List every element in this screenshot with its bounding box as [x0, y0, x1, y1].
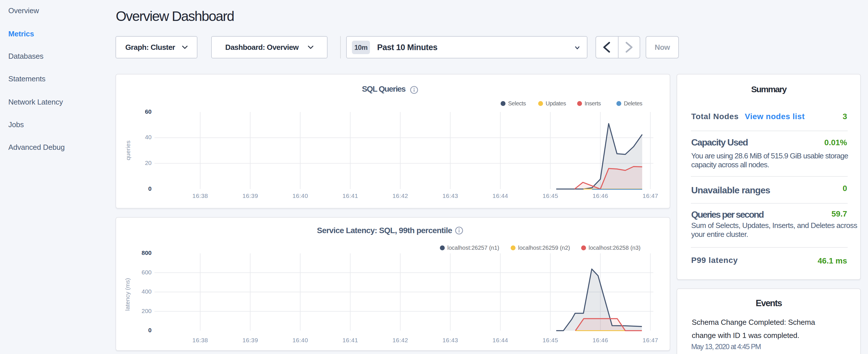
svg-text:16:43: 16:43: [442, 337, 458, 344]
svg-text:latency (ms): latency (ms): [124, 278, 131, 311]
svg-text:200: 200: [142, 308, 152, 314]
svg-text:16:42: 16:42: [393, 337, 408, 344]
svg-text:60: 60: [145, 108, 152, 115]
svg-text:16:46: 16:46: [593, 337, 608, 344]
svg-text:16:44: 16:44: [493, 192, 508, 199]
svg-text:40: 40: [145, 134, 152, 140]
svg-text:20: 20: [145, 160, 152, 166]
svg-text:16:38: 16:38: [192, 337, 208, 344]
svg-text:16:45: 16:45: [542, 192, 558, 199]
svg-text:600: 600: [142, 269, 152, 276]
svg-text:0: 0: [148, 327, 152, 333]
svg-text:16:44: 16:44: [493, 337, 508, 344]
svg-text:16:45: 16:45: [542, 337, 558, 344]
svg-text:16:43: 16:43: [442, 192, 458, 199]
svg-text:16:39: 16:39: [242, 192, 258, 199]
svg-text:16:42: 16:42: [393, 192, 408, 199]
svg-text:queries: queries: [125, 141, 131, 160]
svg-text:16:41: 16:41: [342, 337, 358, 344]
svg-text:0: 0: [148, 185, 152, 192]
svg-text:16:47: 16:47: [643, 192, 658, 199]
svg-text:400: 400: [142, 288, 152, 295]
svg-text:800: 800: [142, 250, 152, 256]
svg-text:16:39: 16:39: [242, 337, 258, 344]
svg-text:16:40: 16:40: [292, 337, 308, 344]
svg-text:16:47: 16:47: [643, 337, 658, 344]
svg-text:16:41: 16:41: [342, 192, 358, 199]
svg-text:16:40: 16:40: [292, 192, 308, 199]
svg-text:16:38: 16:38: [192, 192, 208, 199]
svg-text:16:46: 16:46: [593, 192, 608, 199]
